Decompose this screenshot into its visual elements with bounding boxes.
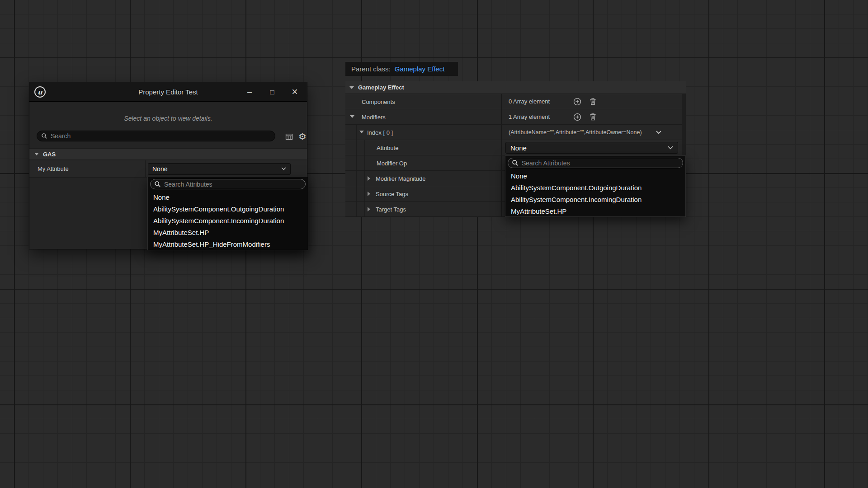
- category-label: Gameplay Effect: [358, 84, 404, 91]
- combobox-value: None: [152, 165, 167, 173]
- blueprint-grid-background: u Property Editor Test – □ × Select an o…: [0, 0, 868, 488]
- chevron-down-icon[interactable]: [349, 86, 354, 89]
- modifiers-count: 1 Array element: [509, 113, 550, 120]
- dropdown-item[interactable]: MyAttributeSet.HP: [148, 227, 308, 239]
- clear-array-button[interactable]: [590, 113, 596, 122]
- dropdown-search-box[interactable]: [150, 179, 306, 189]
- trash-icon: [590, 113, 596, 121]
- unreal-logo-icon: u: [34, 86, 46, 98]
- indent-guide: [364, 155, 365, 170]
- dropdown-item[interactable]: None: [148, 192, 308, 203]
- expander-down-icon[interactable]: [350, 115, 354, 118]
- chevron-down-icon: [668, 146, 673, 150]
- indent-guide: [356, 186, 357, 201]
- search-icon: [154, 181, 161, 188]
- chevron-down-icon[interactable]: [656, 131, 661, 134]
- maximize-button[interactable]: □: [261, 82, 283, 101]
- modifier-magnitude-label: Modifier Magnitude: [376, 175, 426, 182]
- attribute-label: Attribute: [377, 145, 398, 151]
- dropdown-search-input[interactable]: [164, 181, 302, 188]
- dropdown-item[interactable]: AbilitySystemComponent.OutgoingDuration: [148, 203, 308, 215]
- row-components: Components 0 Array element: [345, 94, 686, 109]
- property-row-my-attribute: My Attribute None: [29, 160, 307, 178]
- parent-class-label: Parent class:: [351, 65, 391, 73]
- parent-class-link[interactable]: Gameplay Effect: [395, 65, 445, 73]
- components-label: Components: [362, 99, 395, 105]
- dropdown-item[interactable]: MyAttributeSet.HP_HideFromModifiers: [148, 239, 308, 250]
- plus-circle-icon: [573, 113, 581, 121]
- attribute-dropdown-menu: None AbilitySystemComponent.OutgoingDura…: [147, 177, 308, 250]
- source-tags-label: Source Tags: [376, 191, 408, 197]
- category-header-gameplay-effect[interactable]: Gameplay Effect: [345, 81, 686, 94]
- indent-guide: [356, 140, 357, 155]
- parent-class-bar: Parent class: Gameplay Effect: [345, 62, 458, 76]
- dropdown-item[interactable]: None: [505, 170, 685, 182]
- indent-guide: [356, 125, 357, 140]
- trash-icon: [590, 98, 596, 105]
- minimize-button[interactable]: –: [238, 82, 261, 101]
- combobox-value: None: [510, 144, 527, 152]
- add-element-button[interactable]: [573, 113, 581, 122]
- indent-guide: [364, 202, 365, 216]
- chevron-down-icon[interactable]: [34, 153, 39, 155]
- plus-circle-icon: [573, 98, 581, 106]
- gear-icon: ⚙: [298, 131, 307, 142]
- attribute-combobox[interactable]: None: [505, 142, 678, 154]
- indent-guide: [356, 155, 357, 170]
- category-header-gas[interactable]: GAS: [29, 148, 307, 160]
- attribute-dropdown-menu: None AbilitySystemComponent.OutgoingDura…: [505, 155, 686, 217]
- dropdown-search-box[interactable]: [508, 158, 683, 168]
- indent-guide: [364, 140, 365, 155]
- column-view-button[interactable]: [283, 131, 294, 142]
- close-button[interactable]: ×: [283, 82, 306, 101]
- chevron-down-icon: [281, 167, 286, 170]
- struct-preview: (AttributeName="",Attribute="",Attribute…: [509, 129, 642, 136]
- dropdown-search-input[interactable]: [522, 160, 679, 167]
- property-value-cell: None: [146, 160, 307, 177]
- index-label: Index [ 0 ]: [367, 129, 393, 136]
- dropdown-item[interactable]: AbilitySystemComponent.IncomingDuration: [505, 194, 685, 206]
- row-modifiers: Modifiers 1 Array element: [345, 109, 686, 125]
- target-tags-label: Target Tags: [376, 206, 406, 213]
- search-input[interactable]: [51, 132, 271, 140]
- dropdown-item[interactable]: AbilitySystemComponent.OutgoingDuration: [505, 182, 685, 194]
- add-element-button[interactable]: [573, 98, 581, 107]
- search-icon: [512, 160, 519, 166]
- expander-right-icon[interactable]: [368, 176, 370, 181]
- expander-down-icon[interactable]: [359, 131, 364, 133]
- modifier-op-label: Modifier Op: [377, 160, 407, 167]
- search-row: ⚙: [37, 131, 301, 141]
- table-icon: [285, 133, 293, 141]
- property-label: My Attribute: [29, 160, 146, 177]
- modifiers-label: Modifiers: [362, 114, 386, 121]
- expander-right-icon[interactable]: [368, 192, 370, 196]
- indent-guide: [356, 202, 357, 216]
- indent-guide: [356, 171, 357, 186]
- details-panel: Gameplay Effect Components 0 Array eleme…: [345, 81, 686, 217]
- row-index-0: Index [ 0 ] (AttributeName="",Attribute=…: [345, 125, 686, 140]
- search-icon: [41, 133, 47, 139]
- dropdown-item[interactable]: AbilitySystemComponent.IncomingDuration: [148, 215, 308, 227]
- settings-button[interactable]: ⚙: [297, 131, 308, 142]
- search-box[interactable]: [37, 131, 275, 141]
- empty-selection-hint: Select an object to view details.: [29, 115, 307, 122]
- window-controls: – □ ×: [238, 82, 306, 101]
- my-attribute-combobox[interactable]: None: [148, 163, 291, 175]
- row-attribute: Attribute None: [345, 140, 686, 155]
- dropdown-item[interactable]: MyAttributeSet.HP: [505, 206, 685, 217]
- expander-right-icon[interactable]: [368, 207, 370, 211]
- indent-guide: [364, 171, 365, 186]
- window-titlebar[interactable]: u Property Editor Test – □ ×: [29, 82, 307, 102]
- components-count: 0 Array element: [509, 98, 550, 105]
- category-label: GAS: [43, 151, 56, 158]
- property-editor-test-window: u Property Editor Test – □ × Select an o…: [29, 82, 307, 249]
- clear-array-button[interactable]: [590, 98, 596, 107]
- indent-guide: [364, 186, 365, 201]
